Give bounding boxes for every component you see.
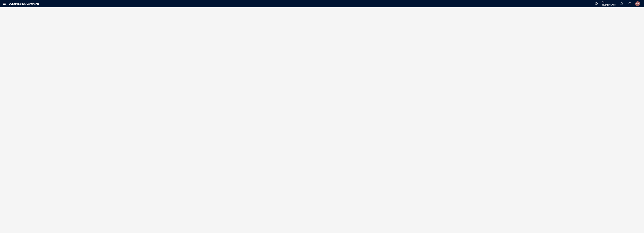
site-selector[interactable]: Site adventure works [602,1,616,6]
app-launcher-icon[interactable] [1,1,8,7]
site-name: adventure works [602,4,616,6]
app-title: Dynamics 365 Commerce [9,2,40,5]
top-nav: Dynamics 365 Commerce Site adventure wor… [0,0,644,7]
notifications-icon[interactable] [619,1,624,6]
help-icon[interactable] [627,1,632,6]
site-label: Site [602,1,616,4]
user-avatar[interactable]: NH [635,1,640,6]
svg-point-1 [629,2,631,5]
globe-icon[interactable] [594,1,599,6]
